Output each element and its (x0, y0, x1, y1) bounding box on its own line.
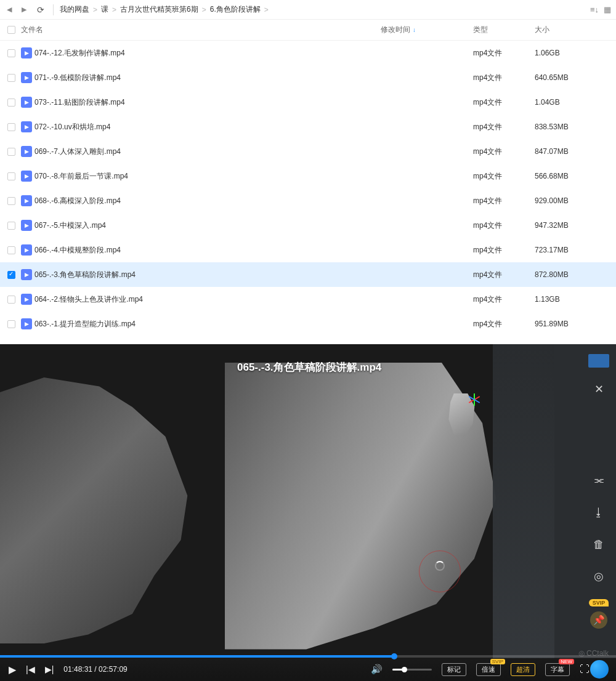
file-size: 1.13GB (535, 295, 609, 304)
file-type: mp4文件 (473, 196, 535, 206)
file-name: 066-.-4.中模规整阶段.mp4 (34, 245, 381, 256)
row-checkbox[interactable] (7, 271, 15, 279)
video-title: 065-.-3.角色草稿阶段讲解.mp4 (237, 360, 381, 374)
share-icon[interactable]: ⫘ (588, 470, 609, 491)
file-type: mp4文件 (473, 220, 535, 231)
refresh-icon[interactable]: ⟳ (34, 5, 47, 15)
loading-spinner-icon (435, 561, 445, 571)
row-checkbox[interactable] (7, 148, 15, 156)
table-row[interactable]: ▶074-.-12.毛发制作讲解.mp4mp4文件1.06GB (0, 41, 616, 65)
file-type: mp4文件 (473, 270, 535, 280)
nav-forward-icon[interactable]: ▶ (20, 6, 28, 14)
video-file-icon: ▶ (21, 47, 32, 58)
chat-bubble-icon[interactable] (590, 660, 609, 679)
pin-icon[interactable]: 📌 (590, 611, 607, 629)
breadcrumb: 我的网盘>课>古月次世代精英班第6期>6.角色阶段讲解> (60, 4, 269, 15)
table-row[interactable]: ▶072-.-10.uv和烘培.mp4mp4文件838.53MB (0, 115, 616, 139)
record-icon[interactable]: ◎ (588, 566, 609, 587)
row-checkbox[interactable] (7, 123, 15, 131)
table-row[interactable]: ▶068-.-6.高模深入阶段.mp4mp4文件929.00MB (0, 188, 616, 213)
row-checkbox[interactable] (7, 99, 15, 107)
file-size: 872.80MB (535, 270, 609, 279)
header-date[interactable]: 修改时间↓ (381, 25, 473, 35)
file-size: 1.06GB (535, 49, 609, 57)
header-name[interactable]: 文件名 (21, 25, 381, 35)
table-row[interactable]: ▶065-.-3.角色草稿阶段讲解.mp4mp4文件872.80MB (0, 262, 616, 287)
chevron-right-icon: > (264, 6, 269, 14)
play-icon[interactable]: ▶ (9, 664, 16, 675)
mark-button[interactable]: 标记 (442, 663, 466, 676)
row-checkbox[interactable] (7, 74, 15, 82)
subtitle-button[interactable]: 字幕NEW (545, 663, 570, 676)
video-file-icon: ▶ (21, 171, 32, 182)
trash-icon[interactable]: 🗑 (588, 534, 609, 555)
speed-button[interactable]: 倍速SVIP (476, 663, 501, 676)
row-checkbox[interactable] (7, 246, 15, 254)
svip-badge: SVIP (589, 599, 609, 606)
file-size: 640.65MB (535, 73, 609, 82)
breadcrumb-item[interactable]: 古月次世代精英班第6期 (120, 4, 198, 15)
file-type: mp4文件 (473, 171, 535, 182)
sort-arrow-icon: ↓ (413, 26, 416, 33)
video-canvas[interactable] (0, 344, 616, 681)
volume-icon[interactable]: 🔊 (371, 664, 383, 675)
nav-back-icon[interactable]: ◀ (5, 6, 14, 14)
grid-view-icon[interactable]: ▦ (604, 5, 611, 14)
file-type: mp4文件 (473, 245, 535, 256)
time-display: 01:48:31 / 02:57:09 (63, 665, 127, 674)
fullscreen-icon[interactable]: ⛶ (580, 664, 590, 675)
header-size[interactable]: 大小 (535, 25, 609, 35)
file-type: mp4文件 (473, 122, 535, 132)
quality-button[interactable]: 超清 (511, 663, 535, 676)
row-checkbox[interactable] (7, 197, 15, 205)
file-type: mp4文件 (473, 147, 535, 157)
table-row[interactable]: ▶063-.-1.提升造型能力训练.mp4mp4文件951.89MB (0, 312, 616, 336)
table-row[interactable]: ▶069-.-7.人体深入雕刻.mp4mp4文件847.07MB (0, 139, 616, 164)
breadcrumb-item[interactable]: 6.角色阶段讲解 (210, 4, 261, 15)
file-type: mp4文件 (473, 319, 535, 329)
close-icon[interactable]: ✕ (588, 379, 609, 400)
next-icon[interactable]: ▶| (45, 664, 54, 674)
breadcrumb-item[interactable]: 课 (101, 4, 108, 15)
chevron-right-icon: > (93, 6, 97, 14)
table-row[interactable]: ▶070-.-8.年前最后一节课.mp4mp4文件566.68MB (0, 164, 616, 188)
file-type: mp4文件 (473, 73, 535, 83)
file-name: 064-.-2.怪物头上色及讲作业.mp4 (34, 294, 381, 305)
row-checkbox[interactable] (7, 296, 15, 304)
cursor-ring (419, 550, 461, 592)
file-name: 069-.-7.人体深入雕刻.mp4 (34, 147, 381, 157)
watermark: ◎ CCtalk (578, 649, 609, 658)
table-row[interactable]: ▶066-.-4.中模规整阶段.mp4mp4文件723.17MB (0, 238, 616, 262)
table-row[interactable]: ▶073-.-11.贴图阶段讲解.mp4mp4文件1.04GB (0, 90, 616, 115)
player-sidebar: ✕ ⫘ ⭳ 🗑 ◎ SVIP 📌 (582, 354, 616, 629)
chevron-right-icon: > (112, 6, 116, 14)
video-file-icon: ▶ (21, 195, 32, 206)
file-name: 072-.-10.uv和烘培.mp4 (34, 122, 381, 132)
table-row[interactable]: ▶071-.-9.低模阶段讲解.mp4mp4文件640.65MB (0, 65, 616, 90)
row-checkbox[interactable] (7, 172, 15, 180)
row-checkbox[interactable] (7, 320, 15, 328)
table-row[interactable]: ▶067-.-5.中模深入.mp4mp4文件947.32MB (0, 213, 616, 238)
file-size: 847.07MB (535, 147, 609, 156)
zbrush-tool-panel (493, 344, 554, 658)
download-icon[interactable]: ⭳ (588, 502, 609, 523)
video-file-icon: ▶ (21, 72, 32, 83)
axis-gizmo-icon (465, 390, 484, 409)
row-checkbox[interactable] (7, 222, 15, 230)
file-size: 951.89MB (535, 320, 609, 328)
video-player: 065-.-3.角色草稿阶段讲解.mp4 ✕ ⫘ ⭳ 🗑 ◎ SVIP 📌 ▶ … (0, 344, 616, 681)
breadcrumb-item[interactable]: 我的网盘 (60, 4, 89, 15)
prev-icon[interactable]: |◀ (26, 664, 35, 674)
video-file-icon: ▶ (21, 318, 32, 329)
file-size: 929.00MB (535, 196, 609, 205)
pip-thumbnail[interactable] (588, 354, 609, 368)
table-row[interactable]: ▶064-.-2.怪物头上色及讲作业.mp4mp4文件1.13GB (0, 287, 616, 312)
sculpture-reference (0, 363, 221, 658)
select-all-checkbox[interactable] (7, 26, 15, 34)
divider (53, 4, 54, 15)
file-type: mp4文件 (473, 48, 535, 58)
header-type[interactable]: 类型 (473, 25, 535, 35)
sort-icon[interactable]: ≡↓ (590, 5, 599, 14)
row-checkbox[interactable] (7, 49, 15, 57)
volume-slider[interactable] (392, 669, 432, 671)
